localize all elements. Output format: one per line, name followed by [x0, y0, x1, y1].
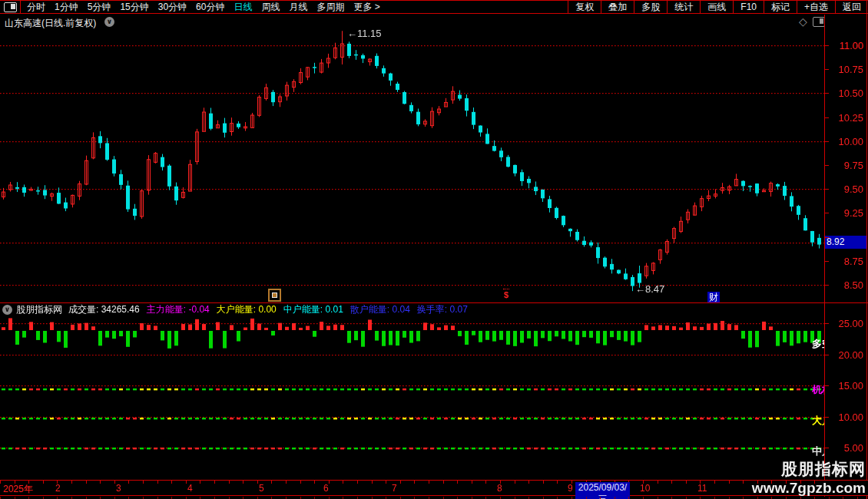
indicator-field-4: 散户能量: 0.04 [350, 303, 410, 316]
month-label-11[interactable]: 11 [697, 483, 707, 494]
indicator-brand: 股朋指标网 [16, 303, 62, 316]
price-axis-tick [825, 69, 829, 70]
action-buttons: 复权叠加多股统计画线F10标记+自选返回 [568, 1, 868, 13]
action-button-标记[interactable]: 标记 [764, 1, 797, 13]
indicator-line-label-机构: 机构 [812, 383, 824, 397]
month-label-5[interactable]: 5 [259, 483, 264, 494]
price-axis-label-11.00: 11.00 [827, 40, 863, 51]
period-tab-15分钟[interactable]: 15分钟 [120, 1, 148, 14]
indicator-axis-tick [825, 323, 829, 324]
indicator-axis-tick [825, 417, 829, 418]
indicator-axis-label-5.00: 5.00 [827, 442, 863, 454]
cai-report-marker-icon[interactable]: 财 [707, 292, 720, 303]
top-toolbar: 分时1分钟5分钟15分钟30分钟60分钟日线周线月线多周期更多 > 复权叠加多股… [0, 0, 868, 14]
indicator-field-5: 换手率: 0.07 [417, 303, 468, 316]
axis-separator-line [824, 15, 825, 497]
indicator-field-1: 主力能量: -0.04 [147, 303, 210, 316]
price-axis-tick [825, 237, 829, 238]
indicator-field-3: 中户能量: 0.01 [283, 303, 343, 316]
indicator-chevron-down-icon[interactable]: ∨ [2, 305, 12, 315]
watermark-brand: 股朋指标网 [752, 458, 866, 480]
indicator-line-label-多空: 多空 [812, 337, 824, 351]
price-axis-label-8.50: 8.50 [827, 279, 863, 291]
action-button-复权[interactable]: 复权 [568, 1, 601, 13]
month-label-4[interactable]: 4 [187, 483, 193, 494]
dividend-marker-icon[interactable]: $ [503, 289, 509, 299]
period-tabs: 分时1分钟5分钟15分钟30分钟60分钟日线周线月线多周期更多 > [27, 1, 380, 14]
indicator-axis-label-20.00: 20.00 [827, 349, 863, 361]
price-axis-tick [825, 189, 829, 190]
period-tab-5分钟[interactable]: 5分钟 [88, 1, 111, 14]
month-label-9[interactable]: 9 [568, 483, 573, 494]
price-axis-label-8.75: 8.75 [827, 256, 863, 267]
price-axis-tick [825, 285, 829, 286]
price-axis-label-10.50: 10.50 [827, 88, 863, 99]
panel-toggle-icon [4, 2, 17, 12]
indicator-axis-tick [825, 355, 829, 355]
trough-price-annotation: ←8.47 [635, 283, 664, 295]
indicator-axis-label-15.00: 15.00 [827, 380, 863, 392]
indicator-axis-label-10.00: 10.00 [827, 411, 863, 423]
action-button-多股[interactable]: 多股 [634, 1, 667, 13]
price-axis-tick [825, 141, 829, 142]
indicator-header: ∨ 股朋指标网 成交量: 34265.46主力能量: -0.04大户能量: 0.… [0, 303, 824, 316]
period-tab-月线[interactable]: 月线 [289, 1, 307, 14]
month-label-3[interactable]: 3 [116, 483, 121, 494]
price-axis-label-10.75: 10.75 [827, 64, 863, 75]
hui-marker-inner [272, 292, 277, 298]
period-tab-周线[interactable]: 周线 [261, 1, 280, 14]
current-price-badge: 8.92 [825, 236, 866, 249]
price-axis-label-9.75: 9.75 [827, 160, 863, 171]
indicator-axis-tick [825, 385, 829, 386]
period-tab-更多 >[interactable]: 更多 > [353, 1, 379, 14]
trading-app-window: 分时1分钟5分钟15分钟30分钟60分钟日线周线月线多周期更多 > 复权叠加多股… [0, 0, 868, 499]
period-tab-分时[interactable]: 分时 [27, 1, 45, 14]
panel-toggle-cell[interactable] [0, 1, 21, 13]
action-button-+自选[interactable]: +自选 [797, 1, 835, 13]
period-tab-30分钟[interactable]: 30分钟 [158, 1, 187, 14]
price-axis-tick [825, 117, 829, 118]
period-tab-多周期[interactable]: 多周期 [316, 1, 344, 14]
watermark-url: www.7gpzb.com [752, 480, 866, 497]
period-tab-60分钟[interactable]: 60分钟 [196, 1, 224, 14]
right-border-line [866, 0, 867, 499]
price-axis-label-10.25: 10.25 [827, 112, 863, 124]
action-button-返回[interactable]: 返回 [835, 1, 868, 13]
action-button-画线[interactable]: 画线 [700, 1, 733, 13]
month-label-2[interactable]: 2 [55, 483, 61, 494]
price-axis-tick [825, 261, 829, 262]
price-axis-tick [825, 93, 829, 94]
month-label-8[interactable]: 8 [497, 483, 502, 494]
price-axis-label-9.50: 9.50 [827, 183, 863, 195]
month-label-6[interactable]: 6 [323, 483, 329, 494]
price-axis-tick [825, 213, 829, 213]
indicator-line-label-大户: 大户 [812, 414, 824, 428]
indicator-field-2: 大户能量: 0.00 [217, 303, 277, 316]
date-axis[interactable]: 2025/09/03/三 2025年234567891011 [0, 480, 868, 496]
action-button-统计[interactable]: 统计 [667, 1, 700, 13]
month-label-10[interactable]: 10 [640, 483, 650, 494]
indicator-panel-canvas[interactable] [0, 316, 824, 479]
price-axis-label-9.25: 9.25 [827, 207, 863, 219]
watermark: 股朋指标网 www.7gpzb.com [752, 458, 866, 497]
action-button-F10[interactable]: F10 [733, 1, 764, 13]
price-axis-tick [825, 45, 829, 46]
candlestick-chart-canvas[interactable] [0, 15, 824, 302]
indicator-line-label-中户: 中户 [812, 444, 824, 458]
price-axis-tick [825, 165, 829, 166]
price-axis-label-10.00: 10.00 [827, 136, 863, 147]
period-tab-1分钟[interactable]: 1分钟 [55, 1, 78, 14]
month-label-7[interactable]: 7 [392, 483, 397, 494]
month-label-2025年[interactable]: 2025年 [3, 483, 33, 496]
indicator-axis-tick [825, 448, 829, 448]
indicator-field-0: 成交量: 34265.46 [68, 303, 140, 316]
action-button-叠加[interactable]: 叠加 [601, 1, 634, 13]
period-tab-日线[interactable]: 日线 [234, 1, 252, 14]
indicator-axis-label-25.00: 25.00 [827, 318, 863, 329]
hui-event-marker-icon[interactable] [268, 289, 281, 302]
peak-price-annotation: ←11.15 [347, 28, 382, 39]
dividend-marker-text: $ [504, 290, 509, 299]
